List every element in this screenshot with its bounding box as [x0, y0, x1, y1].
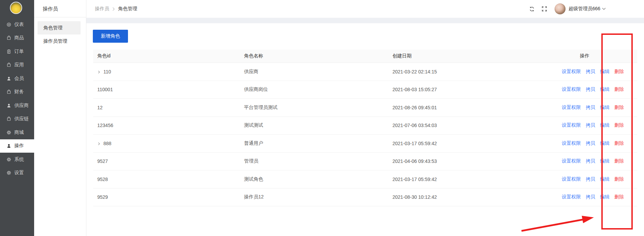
sidebar-item-orders[interactable]: 订单 — [0, 45, 34, 58]
sidebar-item-mall[interactable]: 商城 — [0, 126, 34, 139]
main-area: 操作员 角色管理 — [86, 0, 644, 236]
gear-icon — [6, 170, 11, 175]
column-header-actions: 操作 — [553, 50, 637, 63]
sidebar-item-operation[interactable]: 操作 — [0, 139, 34, 153]
sidebar-item-label: 仪表 — [14, 22, 24, 28]
secondary-sidebar: 操作员 角色管理操作员管理 — [34, 0, 86, 236]
copy-link[interactable]: 拷贝 — [586, 158, 595, 164]
expand-row-icon[interactable] — [97, 70, 101, 74]
role-id: 110001 — [97, 87, 113, 92]
chevron-down-icon[interactable] — [602, 8, 606, 10]
column-header-role-id: 角色id — [93, 50, 240, 63]
bag-icon — [6, 116, 11, 121]
sidebar-item-members[interactable]: 会员 — [0, 72, 34, 85]
actions-cell: 设置权限拷贝编辑删除 — [553, 152, 637, 170]
copy-link[interactable]: 拷贝 — [586, 122, 595, 128]
edit-link[interactable]: 编辑 — [600, 140, 610, 146]
role-table-body: 110供应商2021-03-22 02:14:15设置权限拷贝编辑删除11000… — [93, 63, 637, 206]
sidebar-item-supplier[interactable]: 供应商 — [0, 99, 34, 112]
edit-link[interactable]: 编辑 — [600, 86, 610, 92]
delete-link[interactable]: 删除 — [614, 176, 624, 182]
delete-link[interactable]: 删除 — [614, 105, 624, 110]
set-permissions-link[interactable]: 设置权限 — [562, 194, 581, 199]
sidebar-item-settings[interactable]: 设置 — [0, 166, 34, 180]
user-name[interactable]: 超级管理员666 — [569, 6, 600, 12]
created-date-cell: 2021-03-22 02:14:15 — [388, 63, 553, 81]
copy-link[interactable]: 拷贝 — [586, 69, 595, 74]
sidebar-item-system[interactable]: 系统 — [0, 153, 34, 166]
copy-link[interactable]: 拷贝 — [586, 105, 595, 110]
delete-link[interactable]: 删除 — [614, 69, 624, 74]
add-role-button[interactable]: 新增角色 — [93, 30, 128, 43]
sidebar-item-finance[interactable]: 财务 — [0, 85, 34, 99]
content-panel: 新增角色 角色id 角色名称 创建日期 操作 110供应商2021-03-22 … — [86, 23, 644, 236]
set-permissions-link[interactable]: 设置权限 — [562, 69, 581, 74]
edit-link[interactable]: 编辑 — [600, 158, 610, 164]
gauge-icon — [6, 22, 11, 27]
sidebar-item-label: 供应链 — [14, 116, 29, 122]
table-row: 9528测试角色2021-03-17 05:59:42设置权限拷贝编辑删除 — [93, 170, 637, 189]
role-name-cell: 供应商 — [240, 63, 388, 81]
sidebar-item-label: 商城 — [14, 129, 24, 136]
role-id-cell: 123456 — [93, 116, 240, 135]
role-name-cell: 测试角色 — [240, 170, 388, 189]
copy-link[interactable]: 拷贝 — [586, 140, 595, 146]
set-permissions-link[interactable]: 设置权限 — [562, 122, 581, 128]
sidebar-item-label: 会员 — [14, 75, 24, 82]
expand-row-icon[interactable] — [97, 142, 101, 145]
clipboard-icon — [6, 49, 11, 54]
user-icon — [6, 103, 11, 108]
delete-link[interactable]: 删除 — [614, 86, 624, 92]
primary-nav: 仪表商品订单应用会员财务供应商供应链商城操作系统设置 — [0, 18, 34, 180]
role-name-cell: 平台管理员测试 — [240, 99, 388, 117]
role-name-cell: 供应商岗位 — [240, 81, 388, 99]
edit-link[interactable]: 编辑 — [600, 105, 610, 110]
copy-link[interactable]: 拷贝 — [586, 86, 595, 92]
sidebar-item-label: 设置 — [14, 170, 24, 176]
set-permissions-link[interactable]: 设置权限 — [562, 86, 581, 92]
delete-link[interactable]: 删除 — [614, 194, 624, 199]
edit-link[interactable]: 编辑 — [600, 194, 610, 199]
edit-link[interactable]: 编辑 — [600, 69, 610, 74]
created-date-cell: 2021-03-17 05:59:42 — [388, 170, 553, 189]
created-date-cell: 2021-08-26 09:45:01 — [388, 99, 553, 117]
actions-cell: 设置权限拷贝编辑删除 — [553, 63, 637, 81]
edit-link[interactable]: 编辑 — [600, 176, 610, 182]
role-id-cell: 9528 — [93, 170, 240, 189]
created-date-cell: 2021-07-06 03:54:03 — [388, 116, 553, 135]
copy-link[interactable]: 拷贝 — [586, 176, 595, 182]
user-icon — [6, 76, 11, 81]
set-permissions-link[interactable]: 设置权限 — [562, 176, 581, 182]
role-id: 9529 — [97, 194, 108, 200]
actions-cell: 设置权限拷贝编辑删除 — [553, 116, 637, 135]
edit-link[interactable]: 编辑 — [600, 122, 610, 128]
set-permissions-link[interactable]: 设置权限 — [562, 140, 581, 146]
fullscreen-icon[interactable] — [542, 6, 547, 12]
sidebar-item-apps[interactable]: 应用 — [0, 58, 34, 72]
primary-sidebar: 仪表商品订单应用会员财务供应商供应链商城操作系统设置 — [0, 0, 34, 236]
user-avatar[interactable] — [555, 3, 566, 14]
set-permissions-link[interactable]: 设置权限 — [562, 105, 581, 110]
submenu-item-operator-management[interactable]: 操作员管理 — [38, 34, 81, 48]
role-id-cell: 888 — [93, 135, 240, 153]
delete-link[interactable]: 删除 — [614, 140, 624, 146]
table-row: 110001供应商岗位2021-08-03 15:05:27设置权限拷贝编辑删除 — [93, 81, 637, 99]
table-header-row: 角色id 角色名称 创建日期 操作 — [93, 50, 637, 63]
breadcrumb-item-role-management: 角色管理 — [118, 6, 137, 12]
delete-link[interactable]: 删除 — [614, 158, 624, 164]
breadcrumb-separator-icon — [112, 7, 115, 11]
role-name-cell: 管理员 — [240, 152, 388, 170]
sidebar-item-dashboard[interactable]: 仪表 — [0, 18, 34, 31]
created-date-cell: 2021-04-06 09:43:53 — [388, 152, 553, 170]
sidebar-item-supply-chain[interactable]: 供应链 — [0, 112, 34, 126]
breadcrumb-item-operator[interactable]: 操作员 — [95, 6, 109, 12]
table-row: 9529操作员122021-08-30 10:12:42设置权限拷贝编辑删除 — [93, 188, 637, 206]
set-permissions-link[interactable]: 设置权限 — [562, 158, 581, 164]
submenu-item-role-management[interactable]: 角色管理 — [38, 21, 81, 34]
created-date-cell: 2021-03-17 05:59:42 — [388, 135, 553, 153]
sidebar-item-goods[interactable]: 商品 — [0, 31, 34, 45]
role-id: 888 — [103, 141, 111, 146]
delete-link[interactable]: 删除 — [614, 122, 624, 128]
copy-link[interactable]: 拷贝 — [586, 194, 595, 199]
refresh-icon[interactable] — [529, 6, 535, 12]
